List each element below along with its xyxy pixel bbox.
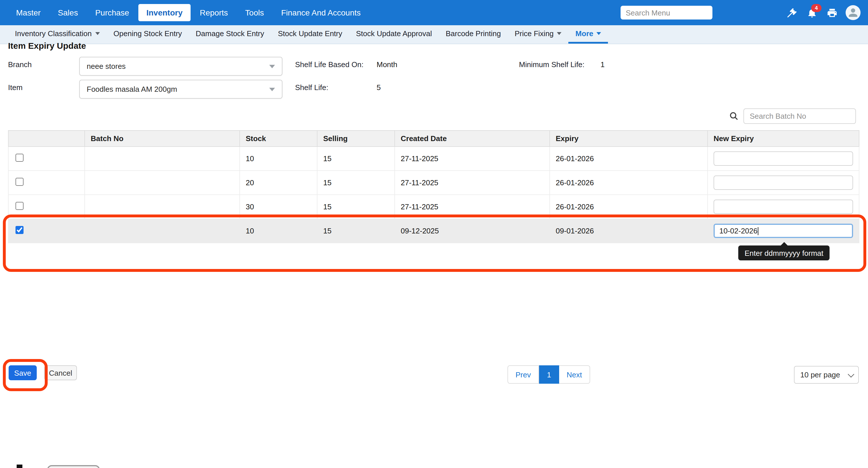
chevron-down-icon xyxy=(269,88,275,91)
header-selling: Selling xyxy=(317,131,395,146)
subnav-stock-update-entry[interactable]: Stock Update Entry xyxy=(271,25,349,43)
gavel-icon[interactable] xyxy=(785,6,798,19)
header-created-date: Created Date xyxy=(395,131,550,146)
nav-sales[interactable]: Sales xyxy=(50,4,86,21)
chevron-down-icon xyxy=(269,65,275,68)
cancel-button[interactable]: Cancel xyxy=(44,365,77,380)
header-expiry: Expiry xyxy=(550,131,708,146)
subnav-barcode-printing[interactable]: Barcode Printing xyxy=(439,25,508,43)
shelf-life-based-on-label: Shelf Life Based On: xyxy=(295,60,364,69)
cell-batch-no xyxy=(85,171,240,195)
cell-selling: 15 xyxy=(317,171,395,195)
subnav-price-fixing[interactable]: Price Fixing xyxy=(508,25,569,43)
cell-expiry: 26-01-2026 xyxy=(550,195,708,219)
row-checkbox[interactable] xyxy=(16,226,24,234)
cell-created-date: 27-11-2025 xyxy=(395,195,550,219)
item-label: Item xyxy=(8,83,23,92)
cutoff-button xyxy=(47,465,100,468)
header-batch-no: Batch No xyxy=(85,131,240,146)
subnav-label: Price Fixing xyxy=(515,29,554,38)
user-avatar[interactable] xyxy=(846,5,861,20)
per-page-select[interactable]: 10 per page xyxy=(794,366,859,384)
row-checkbox[interactable] xyxy=(16,178,24,186)
chevron-down-icon xyxy=(597,32,601,35)
format-tooltip: Enter ddmmyyyy format xyxy=(738,245,830,260)
row-checkbox[interactable] xyxy=(16,154,24,162)
item-select[interactable]: Foodles masala AM 200gm xyxy=(79,80,282,99)
per-page-value: 10 per page xyxy=(800,370,840,379)
tooltip-text: Enter ddmmyyyy format xyxy=(745,248,824,257)
row-checkbox[interactable] xyxy=(16,202,24,210)
nav-tools[interactable]: Tools xyxy=(237,4,272,21)
batch-search-input[interactable] xyxy=(743,108,856,124)
pagination-next-button[interactable]: Next xyxy=(559,365,590,384)
top-menu: Master Sales Purchase Inventory Reports … xyxy=(0,4,369,21)
topbar-icons: 4 xyxy=(785,0,861,25)
cell-selling: 15 xyxy=(317,195,395,219)
cell-expiry: 26-01-2026 xyxy=(550,171,708,195)
pagination: Prev 1 Next xyxy=(507,365,590,384)
cell-selling: 15 xyxy=(317,146,395,171)
nav-reports[interactable]: Reports xyxy=(192,4,236,21)
pagination-page-1[interactable]: 1 xyxy=(539,365,559,384)
subnav-label: Inventory Classification xyxy=(15,29,92,38)
subnav-label: Damage Stock Entry xyxy=(196,29,264,38)
cell-created-date: 27-11-2025 xyxy=(395,171,550,195)
cell-batch-no xyxy=(85,146,240,171)
cell-batch-no xyxy=(85,195,240,219)
save-button[interactable]: Save xyxy=(9,365,37,380)
text-cursor xyxy=(758,227,758,235)
new-expiry-input[interactable] xyxy=(714,200,853,214)
subnav-label: More xyxy=(576,29,593,38)
new-expiry-input[interactable] xyxy=(714,152,853,166)
cell-stock: 30 xyxy=(240,195,317,219)
tooltip-arrow-icon xyxy=(780,242,787,245)
minimum-shelf-life-value: 1 xyxy=(600,60,604,69)
header-checkbox xyxy=(8,131,85,146)
table-row: 20 15 27-11-2025 26-01-2026 xyxy=(8,171,859,195)
table-row: 30 15 27-11-2025 26-01-2026 xyxy=(8,195,859,219)
subnav-label: Barcode Printing xyxy=(446,29,501,38)
subnav-label: Stock Update Approval xyxy=(356,29,432,38)
app-window: Master Sales Purchase Inventory Reports … xyxy=(0,0,868,468)
nav-purchase[interactable]: Purchase xyxy=(87,4,137,21)
item-select-value: Foodles masala AM 200gm xyxy=(87,85,177,94)
shelf-life-based-on-value: Month xyxy=(377,60,397,69)
cell-expiry: 26-01-2026 xyxy=(550,146,708,171)
chevron-down-icon xyxy=(848,371,855,377)
new-expiry-input-focused[interactable] xyxy=(714,224,853,238)
header-stock: Stock xyxy=(240,131,317,146)
table-header-row: Batch No Stock Selling Created Date Expi… xyxy=(8,131,859,146)
nav-inventory[interactable]: Inventory xyxy=(138,4,191,21)
top-navbar: Master Sales Purchase Inventory Reports … xyxy=(0,0,868,25)
subnav-stock-update-approval[interactable]: Stock Update Approval xyxy=(349,25,439,43)
subnav-damage-stock-entry[interactable]: Damage Stock Entry xyxy=(189,25,271,43)
minimum-shelf-life-label: Minimum Shelf Life: xyxy=(519,60,584,69)
cell-stock: 10 xyxy=(240,219,317,243)
pagination-prev-button[interactable]: Prev xyxy=(507,365,539,384)
cell-created-date: 09-12-2025 xyxy=(395,219,550,243)
printer-icon[interactable] xyxy=(826,6,838,19)
chevron-down-icon xyxy=(557,32,562,35)
notifications-bell-icon[interactable]: 4 xyxy=(805,6,818,19)
subnav-more[interactable]: More xyxy=(569,25,608,43)
notification-badge: 4 xyxy=(811,4,822,12)
branch-select[interactable]: neee stores xyxy=(79,57,282,76)
subnav-opening-stock-entry[interactable]: Opening Stock Entry xyxy=(106,25,189,43)
chevron-down-icon xyxy=(95,32,100,35)
shelf-life-label: Shelf Life: xyxy=(295,83,329,92)
menu-search-input[interactable] xyxy=(621,6,712,20)
page-title: Item Expiry Update xyxy=(8,41,86,51)
table-row: 10 15 27-11-2025 26-01-2026 xyxy=(8,146,859,171)
new-expiry-input[interactable] xyxy=(714,175,853,190)
search-icon[interactable] xyxy=(729,111,739,121)
nav-master[interactable]: Master xyxy=(8,4,49,21)
shelf-life-value: 5 xyxy=(377,83,381,92)
inventory-subnav: Inventory Classification Opening Stock E… xyxy=(0,25,868,44)
cell-stock: 10 xyxy=(240,146,317,171)
cell-expiry: 09-01-2026 xyxy=(550,219,708,243)
cell-stock: 20 xyxy=(240,171,317,195)
nav-finance-and-accounts[interactable]: Finance And Accounts xyxy=(273,4,369,21)
branch-label: Branch xyxy=(8,60,32,69)
subnav-label: Stock Update Entry xyxy=(278,29,342,38)
